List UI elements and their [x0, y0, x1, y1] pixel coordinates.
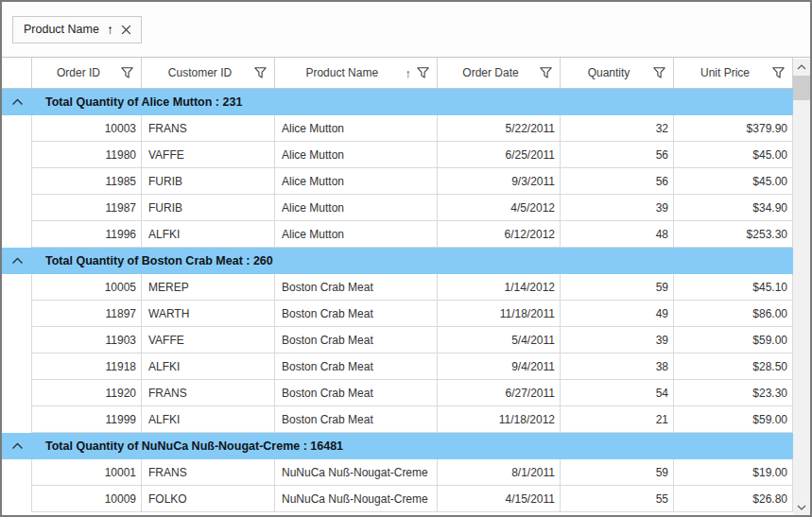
cell-order-id[interactable]: 11903	[32, 327, 142, 353]
cell-product-name[interactable]: Alice Mutton	[275, 195, 438, 221]
cell-order-date[interactable]: 8/1/2011	[438, 459, 561, 486]
cell-customer-id[interactable]: FOLKO	[142, 486, 275, 512]
scroll-down-button[interactable]	[793, 499, 810, 515]
scroll-up-button[interactable]	[793, 59, 810, 75]
cell-unit-price[interactable]: $379.90	[674, 115, 793, 142]
collapse-chevron-icon[interactable]	[2, 248, 32, 274]
cell-order-id[interactable]: 11920	[32, 380, 142, 406]
table-row[interactable]: 10001FRANSNuNuCa Nuß-Nougat-Creme8/1/201…	[2, 459, 793, 486]
cell-unit-price[interactable]: $28.50	[674, 353, 793, 380]
cell-customer-id[interactable]: VAFFE	[142, 142, 275, 168]
cell-quantity[interactable]: 38	[561, 353, 674, 380]
cell-order-date[interactable]: 1/14/2012	[438, 274, 561, 301]
cell-customer-id[interactable]: FURIB	[142, 168, 275, 195]
filter-icon[interactable]	[254, 67, 267, 78]
cell-product-name[interactable]: Alice Mutton	[275, 168, 438, 195]
cell-order-date[interactable]: 6/25/2011	[438, 142, 561, 168]
cell-order-id[interactable]: 11918	[32, 353, 142, 380]
cell-quantity[interactable]: 56	[561, 142, 674, 168]
cell-order-date[interactable]: 6/27/2011	[438, 380, 561, 406]
column-header-product-name[interactable]: Product Name ↑	[275, 58, 438, 88]
table-row[interactable]: 10009FOLKONuNuCa Nuß-Nougat-Creme4/15/20…	[2, 486, 793, 512]
group-caption-row[interactable]: Total Quantity of Boston Crab Meat : 260	[2, 248, 793, 274]
table-row[interactable]: 11918ALFKIBoston Crab Meat9/4/201138$28.…	[2, 353, 793, 380]
cell-unit-price[interactable]: $34.90	[674, 195, 793, 221]
column-header-customer-id[interactable]: Customer ID	[142, 58, 275, 88]
cell-order-date[interactable]: 4/5/2012	[438, 195, 561, 221]
cell-order-id[interactable]: 10009	[32, 486, 142, 512]
cell-customer-id[interactable]: FURIB	[142, 195, 275, 221]
cell-product-name[interactable]: Boston Crab Meat	[275, 301, 438, 327]
cell-order-id[interactable]: 11999	[32, 406, 142, 433]
cell-quantity[interactable]: 48	[561, 221, 674, 248]
filter-icon[interactable]	[540, 67, 552, 78]
cell-customer-id[interactable]: VAFFE	[142, 327, 275, 353]
table-row[interactable]: 11996ALFKIAlice Mutton6/12/201248$253.30	[2, 221, 793, 248]
cell-order-date[interactable]: 9/3/2011	[438, 168, 561, 195]
cell-unit-price[interactable]: $26.80	[674, 486, 793, 512]
group-caption-row[interactable]: Total Quantity of NuNuCa Nuß-Nougat-Crem…	[2, 433, 793, 459]
filter-icon[interactable]	[772, 67, 785, 78]
cell-order-date[interactable]: 11/18/2011	[438, 301, 561, 327]
cell-unit-price[interactable]: $23.30	[674, 380, 793, 406]
cell-unit-price[interactable]: $45.10	[674, 274, 793, 301]
cell-product-name[interactable]: NuNuCa Nuß-Nougat-Creme	[275, 486, 438, 512]
cell-customer-id[interactable]: FRANS	[142, 115, 275, 142]
cell-order-date[interactable]: 6/12/2012	[438, 221, 561, 248]
table-row[interactable]: 11920FRANSBoston Crab Meat6/27/201154$23…	[2, 380, 793, 406]
cell-unit-price[interactable]: $19.00	[674, 459, 793, 486]
table-row[interactable]: 11999ALFKIBoston Crab Meat11/18/201221$5…	[2, 406, 793, 433]
sort-ascending-icon[interactable]: ↑	[107, 23, 113, 36]
chip-remove-icon[interactable]	[121, 25, 131, 35]
cell-product-name[interactable]: Boston Crab Meat	[275, 327, 438, 353]
cell-quantity[interactable]: 32	[561, 115, 674, 142]
cell-unit-price[interactable]: $45.00	[674, 142, 793, 168]
cell-unit-price[interactable]: $59.00	[674, 406, 793, 433]
cell-customer-id[interactable]: FRANS	[142, 459, 275, 486]
cell-product-name[interactable]: Alice Mutton	[275, 221, 438, 248]
cell-order-id[interactable]: 11985	[32, 168, 142, 195]
cell-customer-id[interactable]: WARTH	[142, 301, 275, 327]
cell-customer-id[interactable]: ALFKI	[142, 353, 275, 380]
cell-order-id[interactable]: 11980	[32, 142, 142, 168]
cell-order-id[interactable]: 11987	[32, 195, 142, 221]
group-chip-product-name[interactable]: Product Name ↑	[12, 16, 142, 43]
column-header-unit-price[interactable]: Unit Price	[674, 58, 793, 88]
cell-quantity[interactable]: 39	[561, 195, 674, 221]
cell-product-name[interactable]: Alice Mutton	[275, 115, 438, 142]
column-header-quantity[interactable]: Quantity	[561, 58, 674, 88]
cell-quantity[interactable]: 39	[561, 327, 674, 353]
table-row[interactable]: 11987FURIBAlice Mutton4/5/201239$34.90	[2, 195, 793, 221]
table-row[interactable]: 11980VAFFEAlice Mutton6/25/201156$45.00	[2, 142, 793, 168]
cell-product-name[interactable]: Boston Crab Meat	[275, 406, 438, 433]
cell-quantity[interactable]: 21	[561, 406, 674, 433]
cell-quantity[interactable]: 56	[561, 168, 674, 195]
filter-icon[interactable]	[121, 67, 133, 78]
cell-product-name[interactable]: NuNuCa Nuß-Nougat-Creme	[275, 459, 438, 486]
cell-product-name[interactable]: Alice Mutton	[275, 142, 438, 168]
cell-order-id[interactable]: 10005	[32, 274, 142, 301]
table-row[interactable]: 10003FRANSAlice Mutton5/22/201132$379.90	[2, 115, 793, 142]
cell-product-name[interactable]: Boston Crab Meat	[275, 353, 438, 380]
cell-unit-price[interactable]: $253.30	[674, 221, 793, 248]
cell-unit-price[interactable]: $86.00	[674, 301, 793, 327]
collapse-chevron-icon[interactable]	[2, 89, 32, 115]
cell-quantity[interactable]: 49	[561, 301, 674, 327]
table-row[interactable]: 11903VAFFEBoston Crab Meat5/4/201139$59.…	[2, 327, 793, 353]
column-header-order-date[interactable]: Order Date	[438, 58, 561, 88]
cell-order-date[interactable]: 9/4/2011	[438, 353, 561, 380]
cell-order-id[interactable]: 10001	[32, 459, 142, 486]
table-row[interactable]: 10005MEREPBoston Crab Meat1/14/201259$45…	[2, 274, 793, 301]
cell-customer-id[interactable]: MEREP	[142, 274, 275, 301]
cell-quantity[interactable]: 55	[561, 486, 674, 512]
group-caption-row[interactable]: Total Quantity of Alice Mutton : 231	[2, 89, 793, 115]
vertical-scrollbar[interactable]	[793, 59, 810, 515]
cell-order-date[interactable]: 5/22/2011	[438, 115, 561, 142]
collapse-chevron-icon[interactable]	[2, 433, 32, 459]
cell-customer-id[interactable]: ALFKI	[142, 406, 275, 433]
cell-unit-price[interactable]: $45.00	[674, 168, 793, 195]
group-drop-area[interactable]: Product Name ↑	[2, 2, 810, 58]
table-row[interactable]: 11985FURIBAlice Mutton9/3/201156$45.00	[2, 168, 793, 195]
cell-quantity[interactable]: 59	[561, 274, 674, 301]
scrollbar-thumb[interactable]	[793, 76, 810, 100]
